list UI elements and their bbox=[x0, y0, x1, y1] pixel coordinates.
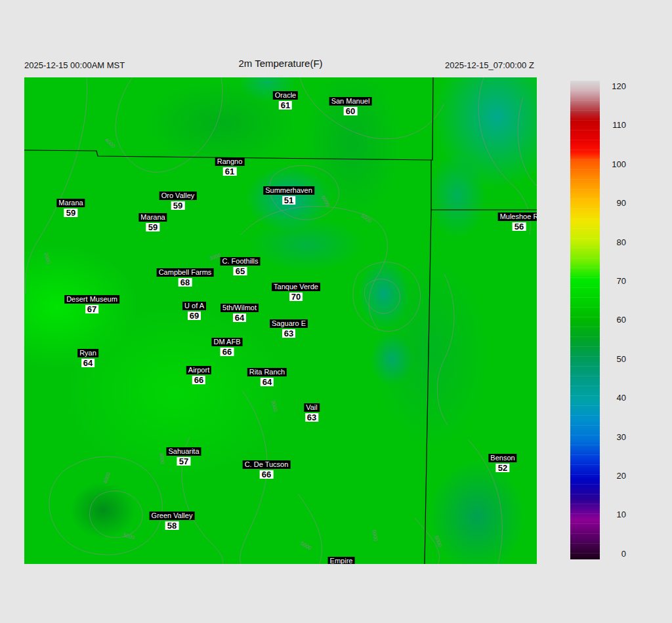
contour-elevation-label: 4000 bbox=[104, 137, 117, 150]
station-name-label: Sahuarita bbox=[166, 447, 201, 456]
station-temperature-value: 68 bbox=[178, 278, 192, 287]
station-temperature-value: 63 bbox=[305, 413, 318, 422]
colorbar-tick-label: 100 bbox=[604, 159, 626, 169]
station-name-label: Saguaro E bbox=[270, 319, 308, 328]
colorbar-tick-label: 110 bbox=[604, 120, 626, 130]
station-name-label: Summerhaven bbox=[263, 186, 314, 195]
contour-elevation-label: 5000 bbox=[371, 529, 379, 542]
station: C. Foothills65 bbox=[220, 255, 260, 275]
station-temperature-value: 58 bbox=[165, 521, 178, 530]
station-temperature-value: 67 bbox=[85, 305, 98, 313]
colorbar-tick-label: 80 bbox=[604, 237, 626, 247]
station-name-label: Oracle bbox=[273, 91, 298, 100]
colorbar-tick-label: 50 bbox=[604, 353, 626, 363]
station-temperature-value: 64 bbox=[233, 313, 246, 322]
station: Sahuarita57 bbox=[166, 445, 201, 466]
colorbar-bands bbox=[570, 81, 600, 559]
station: DM AFB66 bbox=[212, 336, 243, 356]
station-temperature-value: 59 bbox=[146, 223, 159, 231]
station-temperature-value: 66 bbox=[220, 348, 234, 356]
station-temperature-value: 66 bbox=[192, 376, 205, 384]
elevation-contour bbox=[49, 456, 163, 555]
weather-map-page: 2025-12-15 00:00AM MST 2m Temperature(F)… bbox=[0, 0, 672, 623]
station: Oracle61 bbox=[273, 89, 298, 110]
contour-elevation-label: 4000 bbox=[102, 471, 112, 484]
station: Campbell Farms68 bbox=[157, 266, 214, 287]
utc-timestamp: 2025-12-15_07:00:00 Z bbox=[445, 60, 534, 70]
station: Muleshoe R56 bbox=[498, 211, 537, 231]
station-temperature-value: 61 bbox=[279, 101, 292, 110]
station-name-label: DM AFB bbox=[212, 338, 243, 346]
station-name-label: U of A bbox=[182, 302, 206, 310]
colorbar-tick-label: 10 bbox=[604, 510, 626, 519]
station: Vail63 bbox=[304, 401, 320, 422]
station: Marana59 bbox=[56, 197, 85, 217]
temperature-map: 2000400030006000500030004000500030005000… bbox=[24, 77, 537, 564]
station-name-label: Tanque Verde bbox=[272, 283, 320, 291]
contour-elevation-label: 5000 bbox=[299, 540, 312, 552]
elevation-contour bbox=[353, 262, 421, 332]
station-temperature-value: 65 bbox=[234, 267, 247, 275]
elevation-contour bbox=[518, 97, 537, 186]
station: 5th/Wilmot64 bbox=[220, 302, 259, 322]
station-temperature-value: 51 bbox=[282, 196, 295, 205]
contour-elevation-label: 6000 bbox=[320, 195, 331, 208]
station-temperature-value: 60 bbox=[344, 107, 357, 115]
elevation-contour bbox=[116, 77, 222, 172]
station-name-label: Vail bbox=[304, 403, 320, 412]
station-name-label: 5th/Wilmot bbox=[220, 304, 259, 312]
elevation-contour bbox=[90, 491, 143, 538]
station: Benson52 bbox=[488, 452, 516, 472]
station-name-label: Marana bbox=[56, 199, 85, 207]
station-temperature-value: 56 bbox=[513, 222, 526, 231]
station: Marana59 bbox=[138, 211, 167, 231]
contour-elevation-label: 2000 bbox=[43, 252, 51, 265]
station-name-label: Rangno bbox=[215, 157, 245, 166]
station-temperature-value: 61 bbox=[223, 167, 236, 176]
elevation-contour bbox=[364, 279, 400, 314]
station-temperature-value: 69 bbox=[188, 312, 201, 320]
station: Desert Museum67 bbox=[64, 293, 119, 313]
station-temperature-value: 64 bbox=[81, 359, 94, 367]
colorbar-tick-label: 40 bbox=[604, 393, 626, 403]
station-name-label: Desert Museum bbox=[64, 295, 119, 304]
contour-elevation-label: 3000 bbox=[270, 399, 278, 412]
colorbar-tick-label: 120 bbox=[604, 81, 626, 91]
station-temperature-value: 57 bbox=[177, 457, 190, 466]
station: Airport66 bbox=[186, 364, 211, 384]
elevation-contour bbox=[299, 494, 322, 564]
station: San Manuel60 bbox=[329, 95, 372, 115]
station-temperature-value: 52 bbox=[496, 464, 509, 472]
colorbar-tick-label: 60 bbox=[604, 315, 626, 325]
station: Ryan64 bbox=[77, 347, 98, 367]
station: Green Valley58 bbox=[150, 510, 195, 530]
station-name-label: San Manuel bbox=[329, 97, 372, 106]
station-temperature-value: 63 bbox=[282, 329, 295, 338]
station-temperature-value: 64 bbox=[261, 378, 274, 386]
temperature-colorbar bbox=[570, 81, 600, 559]
station-temperature-value: 70 bbox=[289, 292, 303, 301]
colorbar-tick-label: 0 bbox=[604, 548, 626, 558]
contour-elevation-label: 5000 bbox=[360, 212, 373, 224]
contour-elevation-label: 6000 bbox=[433, 535, 443, 548]
station: C. De Tucson66 bbox=[243, 458, 291, 479]
station-name-label: Marana bbox=[138, 213, 167, 222]
station-name-label: Campbell Farms bbox=[157, 268, 214, 277]
contour-elevation-label: 3000 bbox=[158, 452, 165, 464]
station: Tanque Verde70 bbox=[272, 281, 320, 301]
station: Oro Valley59 bbox=[159, 190, 197, 210]
station-name-label: Rita Ranch bbox=[247, 368, 287, 376]
station: Saguaro E63 bbox=[270, 317, 308, 338]
station: Summerhaven51 bbox=[263, 184, 314, 205]
station-name-label: Airport bbox=[186, 366, 211, 374]
station-temperature-value: 59 bbox=[171, 201, 184, 210]
colorbar-tick-label: 70 bbox=[604, 276, 626, 286]
station: Rita Ranch64 bbox=[247, 366, 287, 386]
station-temperature-value: 66 bbox=[260, 470, 273, 479]
station-temperature-value: 59 bbox=[64, 209, 77, 217]
elevation-contour bbox=[437, 274, 454, 425]
colorbar-tick-label: 90 bbox=[604, 198, 626, 208]
station: Rangno61 bbox=[215, 155, 245, 176]
station-name-label: C. De Tucson bbox=[243, 460, 291, 469]
station-name-label: Oro Valley bbox=[159, 191, 197, 200]
